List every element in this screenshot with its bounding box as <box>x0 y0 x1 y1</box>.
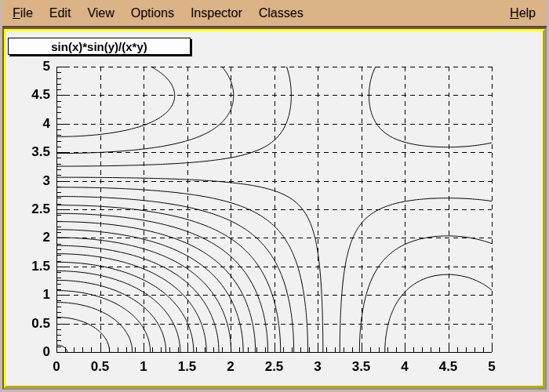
y-tick-label: 1.5 <box>9 260 50 274</box>
x-tick-label: 1 <box>124 360 163 374</box>
x-tick-label: 1.5 <box>168 360 207 374</box>
root-canvas-window: File Edit View Options Inspector Classes… <box>0 0 549 392</box>
menu-bar: File Edit View Options Inspector Classes… <box>2 0 547 26</box>
x-tick-label: 3 <box>298 360 337 374</box>
x-tick-label: 0.5 <box>81 360 120 374</box>
y-tick-label: 2.5 <box>9 202 50 216</box>
menu-options[interactable]: Options <box>131 6 174 20</box>
x-tick-label: 0 <box>37 360 76 374</box>
y-tick-label: 5 <box>9 60 50 74</box>
root-canvas[interactable]: sin(x)*sin(y)/(x*y) 00.511.522.533.544.5… <box>6 31 543 386</box>
menu-file[interactable]: File <box>13 6 33 20</box>
pad-frame: sin(x)*sin(y)/(x*y) 00.511.522.533.544.5… <box>2 27 547 390</box>
y-tick-label: 0 <box>9 345 50 359</box>
y-tick-label: 3.5 <box>9 145 50 159</box>
x-tick-label: 4 <box>385 360 424 374</box>
contour-plot[interactable] <box>6 31 543 386</box>
x-tick-label: 4.5 <box>429 360 468 374</box>
menu-edit[interactable]: Edit <box>49 6 71 20</box>
menu-help[interactable]: Help <box>510 6 536 20</box>
x-tick-label: 5 <box>472 360 511 374</box>
pad-highlight-border: sin(x)*sin(y)/(x*y) 00.511.522.533.544.5… <box>4 29 545 388</box>
y-tick-label: 3 <box>9 174 50 188</box>
menu-view[interactable]: View <box>87 6 114 20</box>
x-tick-label: 3.5 <box>342 360 381 374</box>
x-tick-label: 2 <box>211 360 250 374</box>
x-tick-label: 2.5 <box>255 360 294 374</box>
plot-title: sin(x)*sin(y)/(x*y) <box>51 40 147 53</box>
menu-classes[interactable]: Classes <box>259 6 304 20</box>
y-tick-label: 4 <box>9 117 50 131</box>
plot-title-box[interactable]: sin(x)*sin(y)/(x*y) <box>8 38 191 55</box>
menu-inspector[interactable]: Inspector <box>191 6 242 20</box>
y-tick-label: 4.5 <box>9 88 50 102</box>
y-tick-label: 2 <box>9 230 50 245</box>
y-tick-label: 1 <box>9 288 50 302</box>
y-tick-label: 0.5 <box>9 317 50 331</box>
